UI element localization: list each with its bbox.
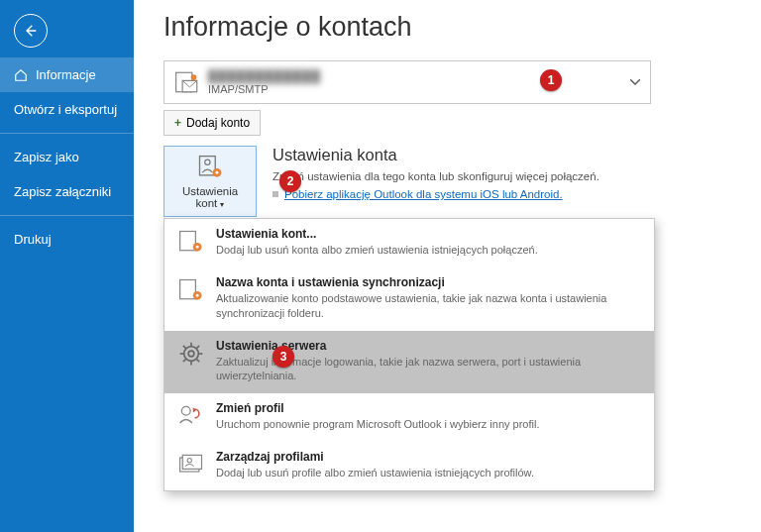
bullet-icon	[272, 191, 278, 197]
callout-3: 3	[272, 346, 294, 368]
page-title: Informacje o kontach	[163, 12, 731, 43]
caret-down-icon	[630, 79, 640, 85]
account-settings-icon	[196, 154, 224, 181]
dropdown-item-manage-profiles[interactable]: Zarządzaj profilamiDodaj lub usuń profil…	[164, 442, 654, 490]
sidebar-item-print[interactable]: Drukuj	[0, 222, 134, 257]
account-settings-text: Zmień ustawienia dla tego konta lub skon…	[272, 168, 599, 184]
sidebar-item-open-export[interactable]: Otwórz i eksportuj	[0, 92, 134, 127]
back-button[interactable]	[14, 14, 48, 48]
sidebar-item-label: Zapisz załączniki	[14, 184, 111, 199]
svg-point-13	[184, 346, 199, 361]
plus-icon: +	[174, 116, 181, 130]
divider	[0, 133, 134, 134]
account-icon	[174, 69, 200, 95]
svg-line-20	[196, 359, 199, 362]
callout-1: 1	[540, 69, 562, 91]
add-account-label: Dodaj konto	[186, 116, 250, 130]
account-selector[interactable]: ████████████ IMAP/SMTP	[163, 60, 651, 104]
sidebar-item-label: Informacje	[36, 67, 96, 82]
accounts-icon	[176, 227, 206, 257]
divider	[0, 215, 134, 216]
svg-point-14	[188, 351, 194, 357]
home-icon	[14, 68, 28, 82]
profiles-icon	[176, 450, 206, 479]
dropdown-item-change-profile[interactable]: Zmień profilUruchom ponownie program Mic…	[164, 393, 654, 442]
outlook-mobile-link[interactable]: Pobierz aplikację Outlook dla systemu iO…	[284, 188, 563, 200]
sidebar-item-label: Zapisz jako	[14, 150, 79, 164]
svg-point-12	[196, 294, 199, 297]
svg-marker-24	[193, 407, 197, 412]
svg-line-22	[183, 359, 186, 362]
sidebar: Informacje Otwórz i eksportuj Zapisz jak…	[0, 0, 134, 532]
sidebar-item-save-as[interactable]: Zapisz jako	[0, 140, 134, 174]
account-settings-title: Ustawienia konta	[272, 146, 599, 164]
svg-rect-26	[182, 455, 201, 469]
svg-point-9	[196, 246, 199, 249]
account-settings-button[interactable]: Ustawieniakont ▾	[163, 146, 257, 217]
account-type: IMAP/SMTP	[208, 83, 321, 95]
dropdown-item-account-settings[interactable]: Ustawienia kont...Dodaj lub usuń konta a…	[164, 219, 654, 267]
sidebar-item-save-attachments[interactable]: Zapisz załączniki	[0, 174, 134, 209]
svg-point-2	[191, 74, 197, 80]
main-panel: Informacje o kontach ████████████ IMAP/S…	[134, 0, 761, 532]
profile-swap-icon	[176, 401, 206, 431]
add-account-button[interactable]: + Dodaj konto	[163, 110, 261, 136]
arrow-left-icon	[23, 23, 39, 39]
dropdown-item-server-settings[interactable]: Ustawienia serweraZaktualizuj informacje…	[164, 331, 654, 394]
svg-line-21	[196, 345, 199, 348]
svg-point-23	[181, 407, 190, 416]
gear-icon	[176, 339, 206, 369]
callout-2: 2	[279, 170, 301, 192]
sidebar-item-information[interactable]: Informacje	[0, 57, 134, 92]
account-settings-dropdown: Ustawienia kont...Dodaj lub usuń konta a…	[163, 218, 655, 491]
sidebar-item-label: Drukuj	[14, 232, 52, 247]
sidebar-item-label: Otwórz i eksportuj	[14, 102, 117, 117]
sync-icon	[176, 275, 206, 305]
svg-point-6	[216, 171, 219, 174]
svg-point-4	[205, 160, 210, 164]
account-email-masked: ████████████	[208, 69, 321, 83]
account-settings-description: Ustawienia konta Zmień ustawienia dla te…	[272, 146, 599, 200]
dropdown-item-sync-settings[interactable]: Nazwa konta i ustawienia synchronizacjiA…	[164, 267, 654, 331]
svg-line-19	[183, 345, 186, 348]
